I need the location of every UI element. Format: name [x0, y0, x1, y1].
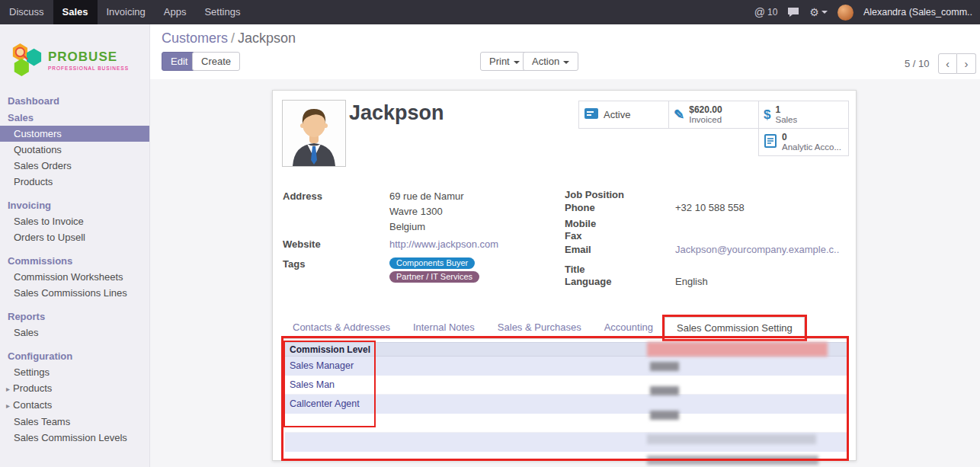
stat-button-sales[interactable]: $ 1 Sales	[758, 101, 849, 129]
stat-active-label: Active	[604, 109, 630, 120]
expand-arrow-icon: ▸	[6, 401, 10, 410]
table-row-empty[interactable]	[285, 414, 847, 433]
stat-button-invoiced[interactable]: ✎ $620.00 Invoiced	[668, 101, 759, 129]
tab-sales-commission-setting[interactable]: Sales Commission Setting	[665, 317, 805, 339]
sidebar-item-config-products[interactable]: ▸Products	[0, 380, 149, 397]
sidebar-item-sales-orders[interactable]: Sales Orders	[0, 158, 149, 174]
tag-partner-it-services[interactable]: Partner / IT Services	[389, 271, 479, 283]
sidebar-item-sales-commission-levels[interactable]: Sales Commission Levels	[0, 430, 149, 446]
user-avatar[interactable]	[837, 5, 853, 21]
menu-apps[interactable]: Apps	[155, 0, 196, 24]
menu-sales[interactable]: Sales	[53, 0, 98, 24]
sidebar-section-reports[interactable]: Reports	[0, 308, 149, 325]
pager-previous-button[interactable]: ‹	[938, 53, 957, 74]
sidebar-section-sales[interactable]: Sales	[0, 109, 149, 126]
pencil-icon: ✎	[674, 107, 684, 123]
sidebar-item-products[interactable]: Products	[0, 174, 149, 190]
action-button-label: Action	[532, 56, 559, 67]
tab-accounting[interactable]: Accounting	[593, 317, 665, 338]
address-line-2: Wavre 1300	[389, 206, 443, 217]
sidebar-item-reports-sales[interactable]: Sales	[0, 325, 149, 341]
website-link[interactable]: http://www.jackpson.com	[389, 238, 498, 250]
sidebar-section-dashboard[interactable]: Dashboard	[0, 92, 149, 109]
caret-down-icon	[514, 61, 520, 64]
table-row[interactable]: Callcenter Agent	[285, 395, 847, 414]
address-line-3: Belgium	[389, 221, 425, 232]
sidebar-section-configuration[interactable]: Configuration	[0, 347, 149, 364]
tags-label: Tags	[283, 258, 305, 270]
mobile-label: Mobile	[565, 218, 596, 229]
sidebar-item-sales-commissions-lines[interactable]: Sales Commissions Lines	[0, 285, 149, 301]
sidebar-section-commissions[interactable]: Commissions	[0, 252, 149, 269]
breadcrumb: Customers/Jackpson	[162, 30, 296, 46]
dollar-icon: $	[764, 107, 770, 123]
sidebar-item-label: Products	[13, 382, 52, 394]
caret-down-icon	[821, 11, 828, 14]
tab-sales-purchases[interactable]: Sales & Purchases	[486, 317, 593, 338]
create-button[interactable]: Create	[192, 52, 240, 71]
pager-next-button[interactable]: ›	[957, 53, 976, 74]
stat-analytic-value: 0	[782, 133, 841, 142]
tab-internal-notes[interactable]: Internal Notes	[402, 317, 486, 338]
sidebar-item-label: Contacts	[13, 399, 52, 411]
sidebar-item-sales-teams[interactable]: Sales Teams	[0, 414, 149, 430]
email-label: Email	[565, 244, 591, 255]
menu-discuss[interactable]: Discuss	[0, 0, 53, 24]
address-line-1: 69 rue de Namur	[389, 190, 464, 202]
sidebar-item-sales-to-invoice[interactable]: Sales to Invoice	[0, 213, 149, 229]
action-button[interactable]: Action	[523, 52, 578, 71]
address-label: Address	[283, 190, 322, 202]
sidebar-item-commission-worksheets[interactable]: Commission Worksheets	[0, 269, 149, 285]
stat-analytic-label: Analytic Acco...	[782, 142, 841, 152]
chat-icon[interactable]	[787, 7, 799, 18]
fax-label: Fax	[565, 230, 581, 241]
stat-invoiced-value: $620.00	[689, 105, 722, 115]
debug-menu[interactable]: ⚙	[809, 6, 828, 18]
active-toggle-icon	[584, 106, 599, 123]
app-logo[interactable]: PROBUSE PROFESSIONAL BUSINESS	[0, 24, 149, 92]
probuse-logo-icon	[11, 41, 43, 78]
commission-table: Commission Level Sales Manager Sales Man…	[285, 342, 847, 452]
email-link[interactable]: Jackpson@yourcompany.example.c..	[675, 244, 839, 255]
table-header-row: Commission Level	[285, 342, 847, 357]
sidebar-item-config-contacts[interactable]: ▸Contacts	[0, 397, 149, 414]
redacted-bar	[647, 456, 818, 465]
sidebar-item-quotations[interactable]: Quotations	[0, 142, 149, 158]
customer-form-sheet: Jackpson Active ✎ $620.00 Invoiced $ 1 S…	[272, 90, 857, 461]
main-content: Customers/Jackpson Edit Create Print Act…	[150, 24, 980, 467]
tag-components-buyer[interactable]: Components Buyer	[389, 257, 475, 269]
sidebar-section-invoicing[interactable]: Invoicing	[0, 197, 149, 213]
user-name[interactable]: Alexandra (Sales_comm..	[863, 7, 972, 18]
menu-settings[interactable]: Settings	[195, 0, 249, 24]
stat-button-active[interactable]: Active	[578, 101, 669, 129]
column-header-commission-level[interactable]: Commission Level	[285, 343, 376, 357]
sidebar-item-orders-to-upsell[interactable]: Orders to Upsell	[0, 229, 149, 245]
ledger-icon	[764, 134, 777, 150]
menu-invoicing[interactable]: Invoicing	[98, 0, 155, 24]
app-menu: Discuss Sales Invoicing Apps Settings	[0, 0, 249, 24]
cell-commission-level[interactable]: Sales Man	[285, 376, 376, 394]
cell-commission-level[interactable]: Callcenter Agent	[285, 395, 376, 413]
sidebar: PROBUSE PROFESSIONAL BUSINESS Dashboard …	[0, 24, 150, 467]
customer-photo[interactable]	[282, 100, 346, 167]
tab-contacts-addresses[interactable]: Contacts & Addresses	[281, 317, 402, 338]
mentions-indicator[interactable]: @ 10	[754, 6, 778, 18]
sidebar-item-customers[interactable]: Customers	[0, 126, 149, 142]
pager-count: 5 / 10	[905, 58, 930, 69]
stat-button-analytic-accounts[interactable]: 0 Analytic Acco...	[758, 128, 849, 156]
job-position-label: Job Position	[565, 189, 624, 200]
customer-name-title: Jackpson	[349, 101, 444, 125]
stat-invoiced-label: Invoiced	[689, 115, 722, 125]
stat-sales-label: Sales	[775, 115, 797, 125]
language-label: Language	[565, 276, 611, 287]
stat-sales-value: 1	[775, 105, 797, 115]
sidebar-item-settings[interactable]: Settings	[0, 364, 149, 380]
table-row[interactable]: Sales Man	[285, 376, 847, 395]
cell-commission-level[interactable]: Sales Manager	[285, 357, 376, 375]
notebook-tabs: Contacts & Addresses Internal Notes Sale…	[281, 317, 847, 339]
print-button[interactable]: Print	[480, 52, 529, 71]
top-navbar: Discuss Sales Invoicing Apps Settings @ …	[0, 0, 980, 24]
table-row[interactable]: Sales Manager	[285, 357, 847, 376]
table-row-empty[interactable]	[285, 433, 847, 452]
breadcrumb-parent-link[interactable]: Customers	[162, 30, 228, 46]
